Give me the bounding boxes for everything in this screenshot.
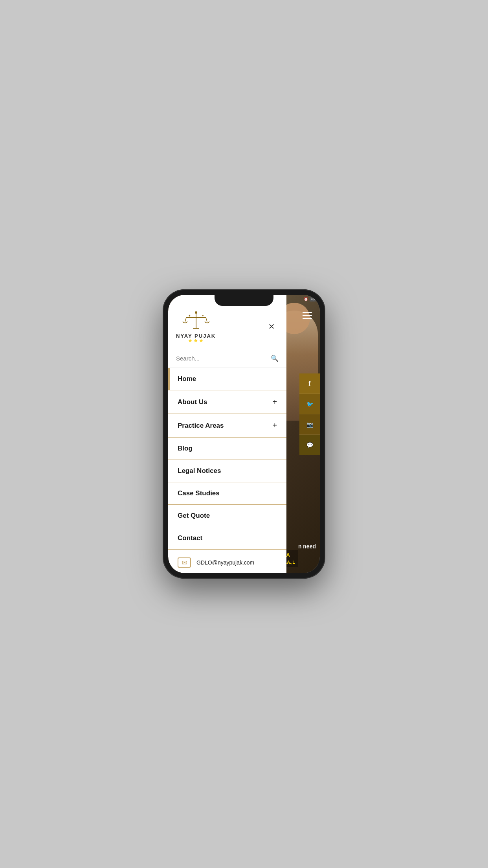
nav-item-home[interactable]: Home: [168, 368, 286, 390]
nav-label-legal: Legal Notices: [178, 467, 221, 475]
whatsapp-sidebar-icon: 💬: [306, 442, 313, 448]
hamburger-line-1: [303, 312, 312, 313]
nav-label-home: Home: [178, 375, 196, 383]
practice-expand-icon: +: [272, 421, 277, 430]
phone-frame: ⏰ 40 f 🐦 📷 💬: [163, 289, 325, 579]
email-text: GDLO@nyaypujak.com: [196, 559, 254, 566]
menu-panel: ✦ ✦ NYAY PUJAK ⭐ ⭐ ⭐ × 🔍 Home: [168, 295, 286, 573]
nav-item-practice[interactable]: Practice Areas +: [168, 414, 286, 438]
nav-item-legal[interactable]: Legal Notices: [168, 460, 286, 482]
about-expand-icon: +: [272, 397, 277, 406]
instagram-sidebar-btn[interactable]: 📷: [299, 414, 320, 435]
nav-item-quote[interactable]: Get Quote: [168, 505, 286, 527]
svg-point-1: [195, 311, 197, 314]
svg-text:✦: ✦: [202, 314, 204, 318]
logo: ✦ ✦ NYAY PUJAK ⭐ ⭐ ⭐: [176, 311, 216, 342]
nav-item-blog[interactable]: Blog: [168, 438, 286, 460]
svg-line-3: [185, 318, 186, 322]
logo-text: NYAY PUJAK: [176, 333, 216, 339]
nav-item-contact[interactable]: Contact: [168, 527, 286, 549]
close-menu-button[interactable]: ×: [264, 320, 279, 334]
nav-list: Home About Us + Practice Areas + Blog: [168, 368, 286, 549]
twitter-sidebar-btn[interactable]: 🐦: [299, 394, 320, 414]
nav-label-quote: Get Quote: [178, 512, 210, 520]
svg-text:✦: ✦: [188, 314, 191, 318]
logo-sub: ⭐ ⭐ ⭐: [188, 339, 204, 342]
nav-item-case[interactable]: Case Studies: [168, 482, 286, 505]
nav-label-about: About Us: [178, 398, 207, 406]
power-button: [325, 352, 325, 376]
search-icon[interactable]: 🔍: [271, 355, 279, 362]
nav-label-contact: Contact: [178, 534, 202, 542]
close-icon: ×: [268, 320, 274, 333]
nav-item-about[interactable]: About Us +: [168, 390, 286, 414]
background-text: n need: [298, 543, 316, 550]
svg-line-4: [206, 318, 207, 322]
phone-screen: ⏰ 40 f 🐦 📷 💬: [168, 295, 320, 573]
twitter-sidebar-icon: 🐦: [306, 401, 313, 407]
hamburger-line-2: [303, 315, 312, 316]
battery-indicator: 40: [310, 297, 316, 302]
nav-label-case: Case Studies: [178, 489, 220, 497]
logo-scales-icon: ✦ ✦: [180, 311, 212, 332]
email-row[interactable]: GDLO@nyaypujak.com: [168, 549, 286, 573]
whatsapp-sidebar-btn[interactable]: 💬: [299, 435, 320, 455]
instagram-sidebar-icon: 📷: [306, 421, 313, 428]
alarm-icon: ⏰: [304, 297, 308, 301]
hamburger-line-3: [303, 318, 312, 319]
status-bar: ⏰ 40: [273, 295, 320, 303]
email-icon: [178, 557, 191, 568]
nav-label-practice: Practice Areas: [178, 422, 224, 430]
search-area: 🔍: [168, 349, 286, 368]
facebook-sidebar-icon: f: [308, 380, 310, 387]
search-input[interactable]: [176, 355, 267, 362]
hamburger-button[interactable]: [299, 307, 316, 324]
facebook-sidebar-btn[interactable]: f: [299, 373, 320, 394]
nav-label-blog: Blog: [178, 445, 193, 452]
notch: [215, 295, 273, 306]
social-sidebar: f 🐦 📷 💬: [299, 373, 320, 455]
